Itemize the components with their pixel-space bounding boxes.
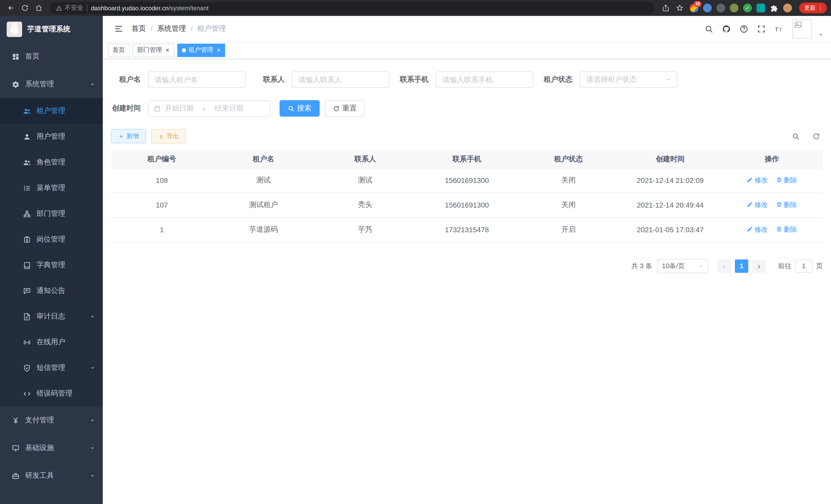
sidebar-item-role[interactable]: 角色管理: [0, 149, 103, 175]
sidebar-item-label: 首页: [25, 52, 95, 61]
phone-input[interactable]: [436, 71, 534, 88]
browser-chrome: 不安全 dashboard.yudao.iocoder.cn/system/te…: [0, 0, 831, 16]
operations-cell: 修改删除: [721, 217, 823, 242]
shield-icon: [23, 364, 31, 372]
sidebar-item-post[interactable]: 岗位管理: [0, 227, 103, 252]
check-icon: ✓: [745, 5, 750, 10]
add-button[interactable]: 新增: [111, 129, 146, 143]
home-icon[interactable]: [32, 2, 46, 14]
pagination-total: 共 3 条: [631, 261, 652, 270]
sidebar: 芋道管理系统 首页系统管理租户管理用户管理角色管理菜单管理部门管理岗位管理字典管…: [0, 16, 103, 504]
tenant-name-cell: 测试租户: [213, 192, 315, 217]
back-icon[interactable]: [4, 2, 18, 14]
next-page-button[interactable]: ›: [752, 259, 766, 272]
search-button[interactable]: 搜索: [280, 100, 320, 117]
export-button[interactable]: 导出: [151, 129, 186, 143]
tab-1[interactable]: 部门管理×: [133, 43, 174, 57]
address-bar[interactable]: 不安全 dashboard.yudao.iocoder.cn/system/te…: [50, 2, 655, 14]
edit-button[interactable]: 修改: [747, 200, 768, 210]
broken-image-icon: [794, 21, 802, 29]
page-size-select[interactable]: 10条/页: [657, 259, 708, 273]
search-icon: [288, 105, 294, 112]
tab-label: 租户管理: [188, 46, 213, 55]
avatar[interactable]: [793, 19, 812, 38]
prev-page-button[interactable]: ‹: [717, 259, 731, 272]
extension-icon[interactable]: [716, 4, 725, 12]
sidebar-item-label: 基础设施: [25, 443, 89, 453]
fullscreen-icon[interactable]: [755, 23, 767, 34]
sidebar-item-notice[interactable]: 通知公告: [0, 278, 103, 304]
share-icon[interactable]: [659, 2, 673, 14]
extension-icon[interactable]: [783, 4, 792, 12]
close-icon[interactable]: ×: [217, 47, 221, 53]
trash-icon: [776, 226, 782, 234]
chevron-down-icon[interactable]: [818, 20, 824, 37]
reload-icon[interactable]: [18, 2, 32, 14]
sidebar-item-tenant[interactable]: 租户管理: [0, 98, 103, 124]
extension-icon[interactable]: 10: [690, 4, 698, 12]
warning-icon: [56, 5, 62, 11]
delete-button[interactable]: 删除: [776, 225, 797, 234]
sidebar-item-menu[interactable]: 菜单管理: [0, 175, 103, 201]
sidebar-item-audit-log[interactable]: 审计日志: [0, 304, 103, 329]
hamburger-icon[interactable]: [110, 20, 127, 37]
bookmark-star-icon[interactable]: [673, 2, 687, 14]
tenant-name-input[interactable]: [148, 71, 246, 88]
search-button-label: 搜索: [297, 104, 311, 113]
security-warning[interactable]: 不安全: [56, 4, 83, 12]
column-header: 租户名: [213, 151, 315, 168]
github-icon[interactable]: [720, 23, 732, 34]
goto-page-input[interactable]: [795, 259, 812, 272]
update-button[interactable]: 更新 ⋮: [799, 3, 827, 13]
phone-cell: 15601691300: [416, 192, 518, 217]
signal-icon: [23, 338, 31, 346]
sidebar-item-error-code[interactable]: 错误码管理: [0, 381, 103, 406]
help-icon[interactable]: [738, 23, 749, 34]
sidebar-item-dept[interactable]: 部门管理: [0, 201, 103, 227]
tab-2[interactable]: 租户管理×: [177, 43, 225, 57]
sidebar-item-pay[interactable]: 支付管理: [0, 406, 103, 434]
pencil-icon: [747, 176, 753, 184]
reset-button[interactable]: 重置: [325, 100, 365, 117]
add-button-label: 新增: [126, 132, 139, 141]
sidebar-item-dict[interactable]: 字典管理: [0, 252, 103, 278]
extension-icon[interactable]: ✓: [743, 4, 752, 12]
breadcrumb-home[interactable]: 首页: [132, 24, 146, 33]
refresh-table-icon[interactable]: [809, 129, 823, 143]
toggle-search-icon[interactable]: [789, 129, 802, 143]
logo[interactable]: 芋道管理系统: [0, 16, 103, 42]
search-icon[interactable]: [703, 23, 714, 34]
breadcrumb-system[interactable]: 系统管理: [157, 24, 186, 33]
tenant-status-select[interactable]: 请选择租户状态: [580, 71, 677, 88]
current-page-button[interactable]: 1: [735, 259, 748, 272]
svg-text:T: T: [774, 26, 778, 32]
sidebar-item-devtools[interactable]: 研发工具: [0, 462, 103, 490]
extension-icon[interactable]: [770, 4, 779, 12]
extension-icon[interactable]: [756, 4, 765, 12]
sidebar-item-sms[interactable]: 短信管理: [0, 355, 103, 381]
edit-button[interactable]: 修改: [747, 225, 768, 234]
filter-phone: 联系手机: [399, 71, 534, 88]
filter-create-time: 创建时间 开始日期 - 结束日期: [111, 100, 270, 117]
extension-icon[interactable]: [703, 4, 712, 12]
sidebar-item-home[interactable]: 首页: [0, 42, 103, 70]
user-icon: [23, 132, 31, 141]
sidebar-item-system[interactable]: 系统管理: [0, 70, 103, 98]
sidebar-item-infra[interactable]: 基础设施: [0, 434, 103, 462]
sidebar-menu: 首页系统管理租户管理用户管理角色管理菜单管理部门管理岗位管理字典管理通知公告审计…: [0, 42, 103, 490]
delete-button[interactable]: 删除: [776, 176, 797, 185]
edit-button[interactable]: 修改: [747, 176, 768, 185]
contact-label: 联系人: [255, 75, 285, 84]
filter-tenant-name: 租户名: [111, 71, 246, 88]
create-time-range-picker[interactable]: 开始日期 - 结束日期: [148, 100, 270, 117]
sidebar-item-online-user[interactable]: 在线用户: [0, 329, 103, 355]
sidebar-item-user[interactable]: 用户管理: [0, 124, 103, 149]
font-size-icon[interactable]: TT: [773, 23, 784, 34]
extension-icon[interactable]: [730, 4, 739, 12]
tab-0[interactable]: 首页: [108, 43, 130, 57]
contact-input[interactable]: [292, 71, 390, 88]
close-icon[interactable]: ×: [166, 47, 169, 53]
delete-button[interactable]: 删除: [776, 200, 797, 210]
yen-icon: [11, 416, 20, 424]
delete-label: 删除: [784, 176, 797, 185]
